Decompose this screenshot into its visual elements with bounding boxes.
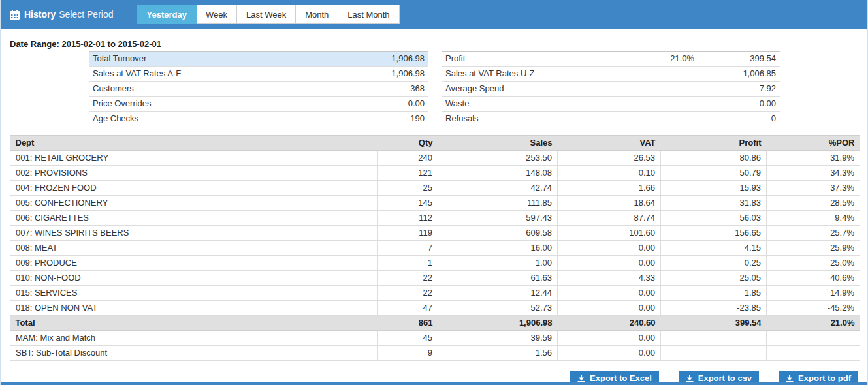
table-row: 009: PRODUCE11.000.000.2525.0% (10, 256, 860, 271)
value-cell: 1 (378, 256, 438, 271)
value-cell: 9 (378, 346, 438, 361)
date-range: Date Range: 2015-02-01 to 2015-02-01 (10, 39, 858, 49)
dept-cell: MAM: Mix and Match (10, 331, 378, 346)
column-header-vat: VAT (558, 136, 661, 151)
value-cell: 25 (378, 181, 438, 196)
app-subtitle: Select Period (59, 9, 113, 20)
content: Date Range: 2015-02-01 to 2015-02-01 Tot… (1, 29, 867, 382)
summary-label: Total Turnover (89, 52, 350, 67)
value-cell: 121 (378, 166, 438, 181)
dept-cell: 005: CONFECTIONERY (10, 196, 378, 211)
value-cell: 39.59 (438, 331, 558, 346)
column-header-sales: Sales (438, 136, 558, 151)
value-cell: 1.00 (438, 256, 558, 271)
value-cell: 112 (378, 211, 438, 226)
value-cell: 597.43 (438, 211, 558, 226)
value-cell: 31.9% (767, 151, 860, 166)
export-to-csv-button[interactable]: Export to csv (679, 371, 759, 382)
summary-value: 0 (698, 112, 780, 127)
dept-cell: 010: NON-FOOD (10, 271, 378, 286)
value-cell: 1.56 (438, 346, 558, 361)
download-icon (577, 375, 585, 382)
value-cell: -45.2% (767, 301, 860, 316)
summary-percent (620, 67, 698, 82)
dept-cell: 007: WINES SPIRITS BEERS (10, 226, 378, 241)
tab-last-month[interactable]: Last Month (338, 5, 399, 24)
value-cell: 25.0% (767, 256, 860, 271)
export-button-label: Export to Excel (590, 373, 652, 382)
value-cell: 15.93 (661, 181, 767, 196)
table-row: MAM: Mix and Match4539.590.00 (10, 331, 860, 346)
summary-row-refusals: Refusals0 (442, 112, 780, 127)
column-header-profit: Profit (661, 136, 767, 151)
summary-section: Total Turnover1,906.98Sales at VAT Rates… (89, 51, 858, 126)
summary-row-sales-at-vat-rates-a-f: Sales at VAT Rates A-F1,906.98 (89, 67, 428, 82)
summary-label: Sales at VAT Rates U-Z (442, 67, 620, 82)
value-cell: -23.85 (661, 301, 767, 316)
dept-cell: 006: CIGARETTES (10, 211, 378, 226)
tab-month[interactable]: Month (296, 5, 338, 24)
export-to-excel-button[interactable]: Export to Excel (570, 371, 659, 382)
value-cell: 0.00 (558, 301, 661, 316)
value-cell: 45 (378, 331, 438, 346)
summary-label: Profit (442, 52, 620, 67)
summary-value: 0.00 (350, 97, 428, 112)
summary-label: Age Checks (89, 112, 350, 127)
export-to-pdf-button[interactable]: Export to pdf (779, 371, 858, 382)
value-cell: 145 (378, 196, 438, 211)
page: History Select Period YesterdayWeekLast … (0, 0, 868, 385)
table-row: SBT: Sub-Total Discount91.560.00 (10, 346, 860, 361)
dept-cell: Total (10, 316, 378, 331)
bottom-border (1, 382, 867, 385)
value-cell: 9.4% (767, 211, 860, 226)
summary-label: Refusals (442, 112, 620, 127)
value-cell: 28.5% (767, 196, 860, 211)
export-buttons: Export to ExcelExport to csvExport to pd… (10, 371, 858, 382)
value-cell: 7 (378, 241, 438, 256)
summary-row-price-overrides: Price Overrides0.00 (89, 97, 428, 112)
value-cell: 4.15 (661, 241, 767, 256)
value-cell: 0.25 (661, 256, 767, 271)
value-cell: 80.86 (661, 151, 767, 166)
dept-cell: 008: MEAT (10, 241, 378, 256)
value-cell (661, 331, 767, 346)
value-cell: 1.66 (558, 181, 661, 196)
table-row: 001: RETAIL GROCERY240253.5026.5380.8631… (10, 151, 860, 166)
export-button-label: Export to csv (698, 373, 752, 382)
summary-label: Price Overrides (89, 97, 350, 112)
value-cell: 40.6% (767, 271, 860, 286)
dept-cell: 002: PROVISIONS (10, 166, 378, 181)
summary-row-total-turnover: Total Turnover1,906.98 (89, 52, 428, 67)
total-row: Total8611,906.98240.60399.5421.0% (10, 316, 860, 331)
value-cell: 240.60 (558, 316, 661, 331)
value-cell: 16.00 (438, 241, 558, 256)
download-icon (786, 375, 794, 382)
tab-yesterday[interactable]: Yesterday (137, 5, 197, 24)
summary-row-average-spend: Average Spend7.92 (442, 82, 780, 97)
table-row: 008: MEAT716.000.004.1525.9% (10, 241, 860, 256)
table-row: 004: FROZEN FOOD2542.741.6615.9337.3% (10, 181, 860, 196)
value-cell: 148.08 (438, 166, 558, 181)
table-row: 002: PROVISIONS121148.080.1050.7934.3% (10, 166, 860, 181)
value-cell: 56.03 (661, 211, 767, 226)
value-cell: 25.7% (767, 226, 860, 241)
summary-label: Average Spend (442, 82, 620, 97)
tab-last-week[interactable]: Last Week (237, 5, 296, 24)
dept-cell: 009: PRODUCE (10, 256, 378, 271)
download-icon (686, 375, 694, 382)
table-row: 005: CONFECTIONERY145111.8518.6431.8328.… (10, 196, 860, 211)
summary-value: 1,906.98 (350, 52, 428, 67)
column-header-dept: Dept (10, 136, 378, 151)
value-cell: 609.58 (438, 226, 558, 241)
value-cell: 0.00 (558, 286, 661, 301)
dept-header-row: DeptQtySalesVATProfit%POR (10, 136, 860, 151)
summary-row-sales-at-vat-rates-u-z: Sales at VAT Rates U-Z1,006.85 (442, 67, 780, 82)
table-row: 006: CIGARETTES112597.4387.7456.039.4% (10, 211, 860, 226)
value-cell (767, 331, 860, 346)
calendar-icon (10, 10, 20, 20)
summary-value: 368 (350, 82, 428, 97)
summary-right-table: Profit21.0%399.54Sales at VAT Rates U-Z1… (442, 51, 780, 126)
value-cell: 0.10 (558, 166, 661, 181)
summary-value: 0.00 (698, 97, 780, 112)
tab-week[interactable]: Week (197, 5, 237, 24)
